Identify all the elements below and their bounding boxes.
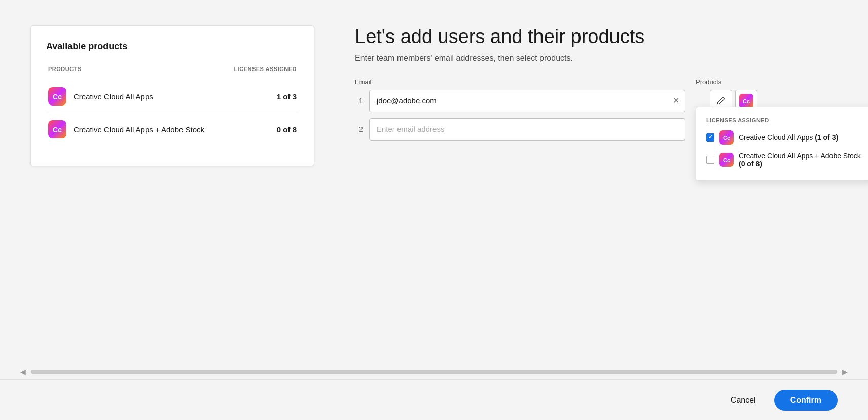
cc-icon-2: Cc <box>48 120 66 138</box>
pencil-icon <box>717 97 725 105</box>
licenses-col-header: LICENSES ASSIGNED <box>234 66 297 72</box>
cancel-button[interactable]: Cancel <box>722 392 764 409</box>
cc-product-icon: Cc <box>739 94 753 108</box>
product-left-1: Cc Creative Cloud All Apps <box>48 87 153 106</box>
dropdown-product-name-2: Creative Cloud All Apps + Adobe Stock (0… <box>739 152 862 168</box>
dropdown-item-1[interactable]: ✓ <box>706 130 862 145</box>
scroll-right-arrow[interactable]: ▶ <box>842 368 848 376</box>
available-products-panel: Available products PRODUCTS LICENSES ASS… <box>30 25 314 166</box>
svg-text:Cc: Cc <box>53 93 62 101</box>
email-input-wrapper-2 <box>369 118 685 141</box>
dropdown-cc-icon-2: Cc <box>719 153 734 167</box>
scrollbar-area: ◀ ▶ <box>0 364 868 379</box>
scrollbar-track[interactable] <box>31 370 837 374</box>
dropdown-product-count-2: (0 of 8) <box>739 160 762 168</box>
svg-text:Cc: Cc <box>53 126 62 134</box>
checkbox-2[interactable] <box>706 156 714 164</box>
email-label: Email <box>355 78 685 86</box>
confirm-button[interactable]: Confirm <box>774 390 838 411</box>
dropdown-item-2[interactable]: Cc Creative Cloud All Apps + Adobe Stock… <box>706 152 862 168</box>
add-users-panel: Let's add users and their products Enter… <box>355 25 838 147</box>
panel-heading: Let's add users and their products <box>355 25 838 49</box>
email-input-wrapper-1: ✕ <box>369 90 685 112</box>
dropdown-col-header: LICENSES ASSIGNED <box>706 117 862 123</box>
license-count-1: 1 of 3 <box>277 92 297 101</box>
clear-email-button-1[interactable]: ✕ <box>673 97 679 105</box>
main-container: Available products PRODUCTS LICENSES ASS… <box>0 0 868 420</box>
panel-title: Available products <box>46 41 299 52</box>
product-row-2: Cc Creative Cloud All Apps + Adobe Stock… <box>46 113 299 146</box>
products-section: Products <box>696 78 838 112</box>
product-name-2: Creative Cloud All Apps + Adobe Stock <box>74 125 204 134</box>
footer: Cancel Confirm <box>0 379 868 420</box>
svg-text:Cc: Cc <box>743 98 750 104</box>
svg-text:Cc: Cc <box>723 135 730 141</box>
email-row-1: 1 ✕ <box>355 90 685 112</box>
svg-text:Cc: Cc <box>723 157 730 163</box>
email-input-1[interactable] <box>369 90 685 112</box>
checkbox-1[interactable]: ✓ <box>706 133 714 142</box>
product-row-1: Cc Creative Cloud All Apps 1 of 3 <box>46 80 299 113</box>
row-number-1: 1 <box>355 96 363 105</box>
email-section: Email 1 ✕ 2 <box>355 78 685 147</box>
dropdown-cc-icon-1: Cc <box>719 130 734 145</box>
dropdown-product-name-1: Creative Cloud All Apps (1 of 3) <box>739 133 838 142</box>
products-label: Products <box>696 78 838 86</box>
product-left-2: Cc Creative Cloud All Apps + Adobe Stock <box>48 120 204 138</box>
products-col-header: PRODUCTS <box>48 66 82 72</box>
email-input-2[interactable] <box>369 118 685 141</box>
dropdown-product-count-1: (1 of 3) <box>815 133 838 142</box>
scroll-left-arrow[interactable]: ◀ <box>20 368 26 376</box>
panel-subheading: Enter team members' email addresses, the… <box>355 54 838 63</box>
content-area: Available products PRODUCTS LICENSES ASS… <box>0 0 868 364</box>
col-headers: PRODUCTS LICENSES ASSIGNED <box>46 66 299 72</box>
email-row-2: 2 <box>355 118 685 141</box>
licenses-dropdown: LICENSES ASSIGNED ✓ <box>696 107 868 181</box>
license-count-2: 0 of 8 <box>277 125 297 134</box>
cc-icon-1: Cc <box>48 87 66 106</box>
row-number-2: 2 <box>355 125 363 133</box>
email-products-layout: Email 1 ✕ 2 <box>355 78 838 147</box>
product-name-1: Creative Cloud All Apps <box>74 92 153 101</box>
checkmark-1: ✓ <box>708 134 713 141</box>
